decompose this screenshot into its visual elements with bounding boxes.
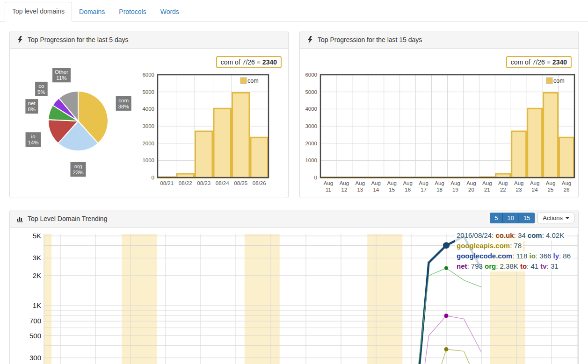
svg-text:com: com xyxy=(553,78,565,84)
panel-title: Top Level Domain Trending xyxy=(28,215,107,222)
tab-domains[interactable]: Domains xyxy=(72,3,112,21)
svg-text:5000: 5000 xyxy=(142,89,154,95)
svg-text:Aug16: Aug16 xyxy=(403,180,412,193)
panel-heading-5-days: Top Progression for the last 5 days xyxy=(10,31,288,49)
tab-words[interactable]: Words xyxy=(153,3,186,21)
panel-title: Top Progression for the last 5 days xyxy=(28,36,129,43)
range-15-button[interactable]: 15 xyxy=(519,213,535,223)
tab-bar: Top level domains Domains Protocols Word… xyxy=(0,0,588,21)
svg-text:Aug25: Aug25 xyxy=(546,180,555,193)
svg-text:Aug15: Aug15 xyxy=(387,180,396,193)
svg-text:1000: 1000 xyxy=(142,157,154,163)
tld-pie-chart[interactable]: com38%org23%io14%net8%co5%Other11% xyxy=(13,61,145,201)
panel-heading-15-days: Top Progression for the last 15 days xyxy=(300,31,578,49)
svg-text:Aug21: Aug21 xyxy=(482,180,492,193)
svg-text:5K: 5K xyxy=(33,232,41,240)
svg-text:3000: 3000 xyxy=(142,123,154,129)
svg-text:3K: 3K xyxy=(33,254,41,262)
svg-text:5000: 5000 xyxy=(305,89,317,95)
panel-top-progression-5-days: Top Progression for the last 5 days com … xyxy=(9,31,289,198)
svg-text:Aug26: Aug26 xyxy=(562,180,571,193)
svg-text:6000: 6000 xyxy=(142,72,154,78)
svg-text:500: 500 xyxy=(29,332,41,340)
svg-text:2000: 2000 xyxy=(305,141,317,146)
com-count-badge: com of 7/26 = 2340 xyxy=(216,56,282,68)
svg-text:Aug20: Aug20 xyxy=(466,180,476,193)
com-bar-chart-15day[interactable]: 0100020003000400050006000Aug11Aug12Aug13… xyxy=(300,69,578,198)
svg-text:08/22: 08/22 xyxy=(179,180,192,186)
bolt-icon xyxy=(16,36,24,43)
svg-text:co5%: co5% xyxy=(37,83,45,95)
svg-text:08/23: 08/23 xyxy=(197,180,211,186)
svg-text:4000: 4000 xyxy=(305,106,317,112)
com-count-badge: com of 7/26 = 2340 xyxy=(506,56,572,68)
panel-top-progression-15-days: Top Progression for the last 15 days com… xyxy=(299,31,579,198)
caret-down-icon xyxy=(566,217,569,219)
svg-text:com38%: com38% xyxy=(118,98,129,109)
svg-text:Aug18: Aug18 xyxy=(435,180,444,193)
svg-text:Aug24: Aug24 xyxy=(530,180,539,193)
svg-text:08/21: 08/21 xyxy=(160,180,174,186)
panel-heading-trending: Top Level Domain Trending 5 10 15 Action… xyxy=(10,210,578,228)
bolt-icon xyxy=(306,36,314,43)
svg-text:6000: 6000 xyxy=(305,72,317,78)
svg-text:0: 0 xyxy=(314,175,317,180)
svg-text:700: 700 xyxy=(29,317,41,325)
svg-text:Aug23: Aug23 xyxy=(514,180,523,193)
panel-tld-trending: Top Level Domain Trending 5 10 15 Action… xyxy=(9,210,579,364)
svg-text:2K: 2K xyxy=(33,271,41,279)
svg-text:Aug12: Aug12 xyxy=(340,180,349,193)
badge-value: 2340 xyxy=(552,58,567,66)
svg-text:Aug13: Aug13 xyxy=(356,180,365,193)
svg-text:Aug14: Aug14 xyxy=(371,180,381,193)
bar-chart-icon xyxy=(16,215,24,222)
svg-text:1K: 1K xyxy=(33,301,41,309)
range-5-button[interactable]: 5 xyxy=(490,213,502,223)
com-bar-chart-5day[interactable]: 010002000300040005000600008/2108/2208/23… xyxy=(137,69,277,192)
tab-top-level-domains[interactable]: Top level domains xyxy=(5,2,72,21)
svg-text:Other11%: Other11% xyxy=(55,69,68,81)
svg-text:org23%: org23% xyxy=(73,164,83,175)
svg-text:net8%: net8% xyxy=(28,100,36,112)
svg-text:2000: 2000 xyxy=(142,141,154,146)
panel-title: Top Progression for the last 15 days xyxy=(318,36,422,43)
range-button-group: 5 10 15 xyxy=(490,213,535,223)
badge-prefix: com of 7/26 = xyxy=(511,58,552,66)
svg-text:08/26: 08/26 xyxy=(253,180,266,186)
badge-prefix: com of 7/26 = xyxy=(221,58,262,66)
svg-text:Aug17: Aug17 xyxy=(419,180,428,193)
svg-text:Aug22: Aug22 xyxy=(498,180,508,193)
svg-text:08/25: 08/25 xyxy=(234,180,247,186)
tab-protocols[interactable]: Protocols xyxy=(112,3,153,21)
range-10-button[interactable]: 10 xyxy=(502,213,518,223)
svg-text:08/24: 08/24 xyxy=(216,180,229,186)
svg-text:com: com xyxy=(247,78,259,84)
actions-dropdown-button[interactable]: Actions xyxy=(537,213,574,223)
chart-tooltip: 2016/08/24: co.uk: 34 com: 4.02Kgoogleap… xyxy=(455,230,572,271)
actions-label: Actions xyxy=(543,214,563,221)
svg-text:1000: 1000 xyxy=(305,157,317,163)
svg-text:3000: 3000 xyxy=(305,123,317,129)
svg-text:4000: 4000 xyxy=(142,106,154,112)
svg-text:300: 300 xyxy=(29,354,41,362)
svg-text:0: 0 xyxy=(152,175,154,180)
svg-text:Aug11: Aug11 xyxy=(324,180,333,193)
svg-text:Aug19: Aug19 xyxy=(450,180,460,193)
badge-value: 2340 xyxy=(262,58,277,66)
